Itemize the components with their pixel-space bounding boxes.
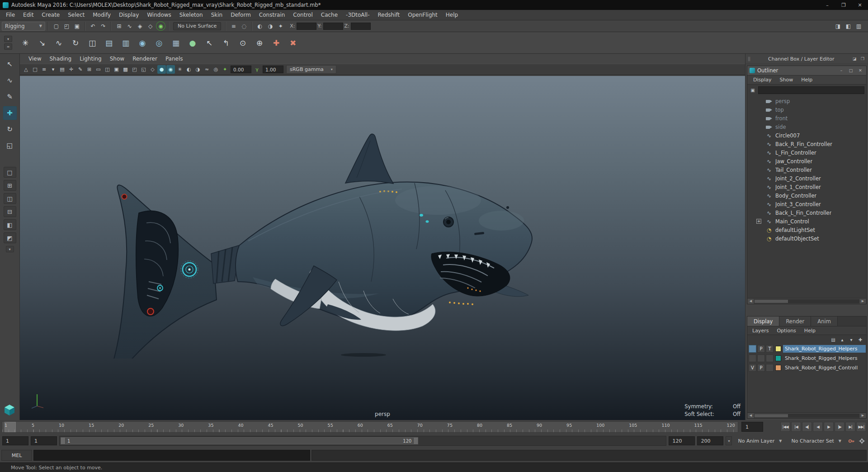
- time-slider[interactable]: 1510152025303540455055606570758085909510…: [2, 421, 738, 433]
- shelf-tab-selector-icon[interactable]: ▾: [4, 36, 12, 42]
- menu-item[interactable]: Constrain: [255, 10, 289, 20]
- gamma-field[interactable]: 1.00: [263, 66, 283, 73]
- open-scene-icon[interactable]: ◰: [62, 21, 71, 31]
- minimize-button[interactable]: –: [819, 0, 835, 10]
- layer-color-swatch[interactable]: [775, 355, 781, 361]
- undo-icon[interactable]: ↶: [88, 21, 98, 31]
- exposure-icon[interactable]: ✦: [221, 65, 229, 74]
- layer-playback-toggle[interactable]: P: [757, 364, 765, 372]
- move-layer-down-icon[interactable]: ▾: [848, 336, 855, 343]
- joint-tool-icon[interactable]: ✳: [18, 35, 33, 51]
- orient-joint-icon[interactable]: ↻: [68, 35, 83, 51]
- layer-editor-tab[interactable]: Render: [779, 316, 811, 326]
- playback-start-field[interactable]: 1: [31, 436, 57, 445]
- menu-item[interactable]: Windows: [143, 10, 175, 20]
- layer-editor-menu-item[interactable]: Layers: [748, 328, 773, 334]
- anim-layer-dropdown[interactable]: No Anim Layer ▼: [734, 436, 785, 445]
- more-layouts-button[interactable]: ▾: [6, 246, 14, 252]
- scale-tool[interactable]: ◱: [3, 139, 17, 152]
- menu-item[interactable]: -3DtoAll-: [342, 10, 373, 20]
- render-current-frame-icon[interactable]: ◐: [255, 21, 264, 31]
- construction-history-icon[interactable]: ≡: [229, 21, 238, 31]
- gamma-icon[interactable]: γ: [253, 65, 261, 74]
- layer-playback-toggle[interactable]: P: [757, 345, 765, 353]
- drag-grip-icon[interactable]: ⣿: [748, 57, 751, 61]
- safe-title-icon[interactable]: ◱: [139, 65, 148, 74]
- animation-preferences-icon[interactable]: [858, 437, 866, 445]
- outliner-menu-item[interactable]: Show: [776, 77, 797, 83]
- new-scene-icon[interactable]: ▢: [52, 21, 61, 31]
- parent-constraint-icon[interactable]: ↰: [218, 35, 234, 51]
- select-tool[interactable]: ↖: [3, 57, 17, 71]
- tool-settings-toggle-icon[interactable]: ◧: [844, 21, 853, 31]
- two-d-pan-zoom-icon[interactable]: ✛: [67, 65, 75, 74]
- ik-spline-tool-icon[interactable]: ∿: [51, 35, 66, 51]
- auto-keyframe-icon[interactable]: [847, 437, 855, 445]
- snap-to-grid-icon[interactable]: ⊞: [114, 21, 124, 31]
- outliner-item[interactable]: top: [747, 105, 866, 114]
- grease-pencil-icon[interactable]: ✎: [76, 65, 85, 74]
- animation-start-field[interactable]: 1: [2, 436, 28, 445]
- outliner-item[interactable]: + Main_Control: [747, 217, 866, 226]
- use-all-lights-icon[interactable]: ✳: [175, 65, 184, 74]
- layer-playback-toggle[interactable]: [757, 354, 765, 362]
- layout-four-pane[interactable]: ⊞: [4, 180, 16, 191]
- resolution-gate-icon[interactable]: ◫: [103, 65, 112, 74]
- shelf-menu-icon[interactable]: ≡: [4, 43, 12, 50]
- outliner-maximize-button[interactable]: □: [847, 67, 854, 74]
- redo-icon[interactable]: ↷: [99, 21, 108, 31]
- menu-item[interactable]: Control: [289, 10, 316, 20]
- create-new-layer-icon[interactable]: ✚: [857, 336, 864, 343]
- ipr-render-icon[interactable]: ◑: [265, 21, 275, 31]
- maximize-button[interactable]: ❐: [835, 0, 852, 10]
- layout-two-side-by-side[interactable]: ◫: [4, 193, 16, 204]
- wireframe-icon[interactable]: ◇: [148, 65, 157, 74]
- expand-panel-icon[interactable]: ❐: [859, 56, 866, 62]
- layout-hypershade-persp[interactable]: ◩: [4, 232, 16, 243]
- edit-membership-icon[interactable]: ↖: [202, 35, 217, 51]
- animation-end-field[interactable]: 200: [697, 436, 723, 445]
- channel-box-toggle-icon[interactable]: ▥: [854, 21, 863, 31]
- outliner-item[interactable]: L_Fin_Controller: [747, 148, 866, 157]
- outliner-titlebar[interactable]: Outliner – □ ✕: [747, 66, 866, 76]
- menu-item[interactable]: Select: [64, 10, 89, 20]
- menu-item[interactable]: Cache: [317, 10, 342, 20]
- render-settings-icon[interactable]: ✦: [276, 21, 285, 31]
- panel-menu-item[interactable]: Lighting: [75, 56, 106, 62]
- step-back-key-button[interactable]: ◀|: [802, 422, 812, 432]
- panel-menu-item[interactable]: Show: [106, 56, 128, 62]
- smooth-bind-icon[interactable]: ◉: [135, 35, 150, 51]
- lasso-select-tool[interactable]: ∿: [3, 74, 17, 87]
- layer-displaytype-toggle[interactable]: T: [766, 345, 774, 353]
- range-slider[interactable]: 1 120: [59, 436, 666, 446]
- layer-name[interactable]: Shark_Robot_Rigged_Helpers: [783, 354, 866, 362]
- menu-item[interactable]: Display: [115, 10, 143, 20]
- command-input[interactable]: [33, 450, 310, 461]
- scroll-right-icon[interactable]: ▶: [860, 413, 866, 418]
- hik-character-icon[interactable]: ▤: [101, 35, 117, 51]
- outliner-menu-item[interactable]: Display: [749, 77, 776, 83]
- scroll-left-icon[interactable]: ◀: [748, 299, 754, 304]
- outliner-item[interactable]: Back_R_Fin_Controller: [747, 140, 866, 148]
- outliner-item[interactable]: Joint_3_Controller: [747, 200, 866, 208]
- paint-skin-weights-icon[interactable]: ●: [185, 35, 200, 51]
- panel-splitter[interactable]: [745, 304, 868, 316]
- layer-visibility-toggle[interactable]: V: [749, 364, 756, 372]
- command-result-field[interactable]: [311, 450, 867, 461]
- layer-editor-tab[interactable]: Display: [747, 316, 779, 326]
- grid-toggle-icon[interactable]: ⊞: [85, 65, 94, 74]
- outliner-menu-item[interactable]: Help: [797, 77, 816, 83]
- make-live-icon[interactable]: ◉: [156, 21, 165, 31]
- interactive-bind-icon[interactable]: ◎: [151, 35, 167, 51]
- go-to-end-button[interactable]: ▶▶|: [856, 422, 866, 432]
- scroll-left-icon[interactable]: ◀: [748, 413, 754, 418]
- colorspace-dropdown[interactable]: sRGB gamma ▾: [286, 65, 336, 74]
- chevron-down-icon[interactable]: ▾: [726, 436, 732, 445]
- menuset-selector[interactable]: Rigging ▼: [2, 22, 45, 31]
- exposure-field[interactable]: 0.00: [231, 66, 251, 73]
- menu-item[interactable]: OpenFlight: [404, 10, 442, 20]
- menu-item[interactable]: Edit: [19, 10, 38, 20]
- image-plane-icon[interactable]: ▤: [58, 65, 66, 74]
- layer-visibility-toggle[interactable]: [749, 345, 756, 353]
- outliner-item[interactable]: Back_L_Fin_Controller: [747, 208, 866, 217]
